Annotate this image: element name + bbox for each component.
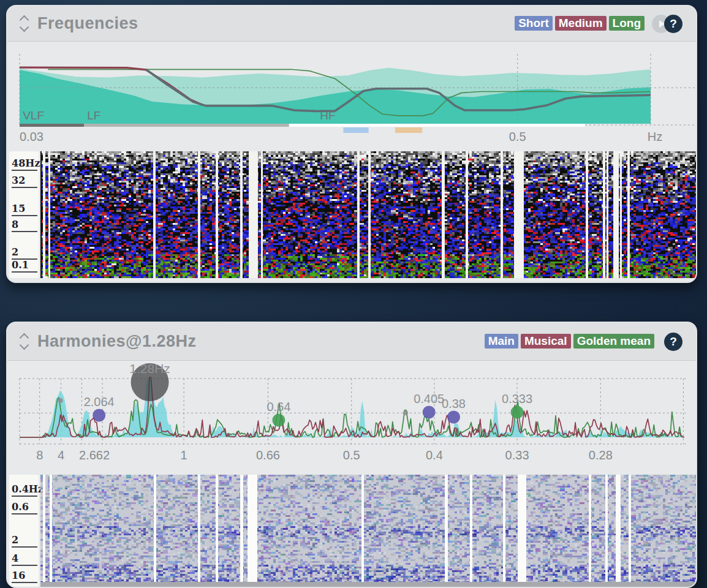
collapse-toggle-icon[interactable] [21,17,28,31]
svg-text:0.28: 0.28 [589,448,613,462]
svg-text:HF: HF [320,109,335,122]
spectrogram-axis-label: 4 [12,552,37,566]
svg-text:VLF: VLF [23,109,44,122]
frequencies-chart[interactable]: VLFLFHF0.030.5Hz [7,42,697,151]
spectrogram-axis-label: 15 [12,203,37,216]
svg-text:2.064: 2.064 [84,395,115,409]
spectrogram-axis-label: 32 [12,175,37,188]
svg-text:0.38: 0.38 [442,397,466,410]
spectrogram-axis-label: 8 [12,219,37,232]
svg-text:Hz: Hz [648,130,662,143]
legend-badge-main[interactable]: Main [485,334,518,349]
spectrogram-axis-label: 16 [12,570,37,583]
legend-badge-long[interactable]: Long [609,16,645,31]
frequencies-header: Frequencies ShortMediumLong ? [7,6,696,42]
svg-text:0.4: 0.4 [426,448,443,462]
harmonies-header-right: MainMusicalGolden mean ? [482,333,682,351]
harmonies-spectrogram-axis: 0.4Hz0.62416 [9,475,39,587]
app-root: Frequencies ShortMediumLong ? VLFLFHF0.0… [0,0,707,588]
spectrogram-axis-label: 2 [12,246,37,260]
frequencies-header-right: ShortMediumLong ? [512,15,682,33]
legend-badge-golden-mean[interactable]: Golden mean [573,334,654,349]
svg-text:0.64: 0.64 [267,400,290,413]
spectrogram-axis-label: 0.1 [12,259,37,273]
harmonies-spectrogram-canvas [40,475,696,587]
harmonies-title: Harmonies@1.28Hz [37,332,196,351]
frequencies-spectrogram-canvas [40,151,696,278]
svg-text:4: 4 [58,448,64,462]
svg-text:1: 1 [181,448,187,462]
svg-text:2.662: 2.662 [79,448,110,462]
frequencies-help-button[interactable]: ? [664,15,682,33]
frequencies-title: Frequencies [37,14,138,33]
harmonies-chart[interactable]: 1.28Hz2.0640.640.4050.380.333842.66210.6… [7,361,697,478]
spectrogram-axis-label: 0.6 [12,501,37,514]
svg-text:0.03: 0.03 [20,130,43,143]
svg-text:0.5: 0.5 [343,448,360,462]
spectrogram-axis-label: 0.4Hz [12,483,37,497]
harmonies-spectrogram-section: 0.4Hz0.62416 [7,475,696,587]
svg-text:0.33: 0.33 [505,448,529,462]
spectrogram-axis-label: 2 [12,534,37,548]
harmonies-help-button[interactable]: ? [664,333,682,351]
legend-badge-medium[interactable]: Medium [555,16,607,31]
svg-text:0.5: 0.5 [509,130,526,143]
svg-text:LF: LF [87,109,100,122]
frequencies-spectrogram-axis: 48Hz3215820.1 [9,151,39,278]
frequencies-panel: Frequencies ShortMediumLong ? VLFLFHF0.0… [6,5,697,283]
svg-text:0.66: 0.66 [256,448,280,462]
collapse-toggle-icon[interactable] [21,334,28,349]
legend-badge-short[interactable]: Short [515,16,553,31]
harmonies-header: Harmonies@1.28Hz MainMusicalGolden mean … [7,323,696,361]
svg-text:1.28Hz: 1.28Hz [129,361,170,375]
svg-text:0.405: 0.405 [414,392,444,405]
legend-badge-musical[interactable]: Musical [521,334,571,349]
svg-text:0.333: 0.333 [502,392,532,405]
harmonies-legend: MainMusicalGolden mean [482,334,654,349]
svg-text:8: 8 [36,448,43,462]
spectrogram-axis-label: 48Hz [12,157,37,171]
frequencies-spectrogram-section: 48Hz3215820.1 [7,151,696,278]
frequencies-legend: ShortMediumLong [512,17,645,31]
harmonies-panel: Harmonies@1.28Hz MainMusicalGolden mean … [6,322,697,588]
